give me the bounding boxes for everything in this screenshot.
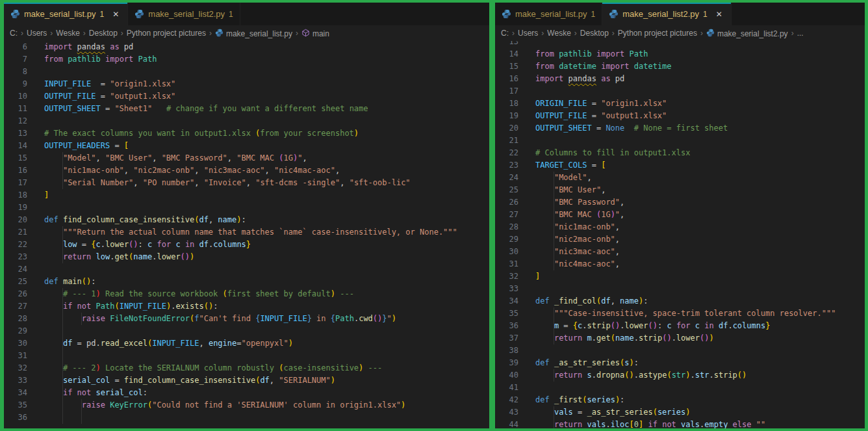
code-line[interactable]: 13	[495, 41, 865, 48]
code-line[interactable]: 22 low = {c.lower(): c for c in df.colum…	[4, 239, 489, 251]
code-line[interactable]: 27 "BMC MAC (1G)",	[495, 209, 865, 221]
code-line[interactable]: 14OUTPUT_HEADERS = [	[4, 140, 489, 152]
code-text: OUTPUT_SHEET = "Sheet1" # change if you …	[44, 103, 368, 115]
code-line[interactable]: 28 raise FileNotFoundError(f"Can't find …	[4, 313, 489, 325]
code-line[interactable]: 10OUTPUT_FILE = "output1.xlsx"	[4, 90, 489, 103]
code-editor-left[interactable]: 6import pandas as pd7from pathlib import…	[4, 41, 489, 428]
code-line[interactable]: 15from datetime import datetime	[495, 60, 865, 73]
code-line[interactable]: 20OUTPUT_SHEET = None # None = first she…	[495, 122, 865, 135]
close-icon[interactable]: ✕	[714, 9, 724, 20]
breadcrumb-item[interactable]: Users	[27, 29, 47, 38]
code-text: "BMC User",	[535, 184, 606, 196]
code-editor-right[interactable]: 1314from pathlib import Path15from datet…	[495, 41, 865, 428]
code-line[interactable]: 32]	[495, 270, 865, 283]
breadcrumb-item[interactable]: Users	[518, 29, 538, 38]
code-line[interactable]: 35 """Case-insensitive, space-trim toler…	[495, 307, 865, 320]
line-number: 19	[4, 202, 27, 214]
code-line[interactable]: 7from pathlib import Path	[4, 53, 489, 66]
code-line[interactable]: 19OUTPUT_FILE = "output1.xlsx"	[495, 110, 865, 122]
code-line[interactable]: 24	[4, 263, 489, 276]
breadcrumb-item[interactable]: Desktop	[580, 29, 609, 38]
code-line[interactable]: 23TARGET_COLS = [	[495, 159, 865, 172]
code-line[interactable]: 32 # --- 2) Locate the SERIALNUM column …	[4, 362, 489, 374]
code-line[interactable]: 12	[4, 115, 489, 127]
code-line[interactable]: 35 raise KeyError("Could not find a 'SER…	[4, 399, 489, 411]
code-line[interactable]: 24 "Model",	[495, 172, 865, 184]
code-line[interactable]: 16import pandas as pd	[495, 73, 865, 85]
code-line[interactable]: 26 "BMC Password",	[495, 196, 865, 209]
code-line[interactable]: 18]	[4, 189, 489, 202]
breadcrumb-item[interactable]: Python project pictures	[127, 29, 206, 38]
code-line[interactable]: 31 "nic4mac-aoc",	[495, 258, 865, 270]
code-line[interactable]: 27 if not Path(INPUT_FILE).exists():	[4, 300, 489, 313]
code-line[interactable]: 18ORIGIN_FILE = "origin1.xlsx"	[495, 98, 865, 110]
pane-divider[interactable]	[489, 3, 495, 428]
code-line[interactable]: 23 return low.get(name.lower())	[4, 251, 489, 263]
breadcrumb-file[interactable]: make_serial_list.py	[215, 28, 292, 38]
line-number: 34	[4, 387, 27, 399]
code-line[interactable]: 39def _as_str_series(s):	[495, 357, 865, 369]
tab-make_serial_list2-py[interactable]: make_serial_list2.py1	[128, 3, 240, 25]
code-text: from pathlib import Path	[44, 53, 157, 66]
code-line[interactable]: 30 "nic3mac-aoc",	[495, 246, 865, 258]
code-text: "BMC MAC (1G)",	[535, 209, 624, 221]
code-line[interactable]: 44 return vals.iloc[0] if not vals.empty…	[495, 419, 865, 428]
code-line[interactable]: 29	[4, 325, 489, 337]
code-line[interactable]: 41	[495, 382, 865, 394]
breadcrumb-symbol[interactable]: ...	[797, 29, 804, 38]
breadcrumb-item[interactable]: Weske	[56, 29, 79, 38]
code-line[interactable]: 36 m = {c.strip().lower(): c for c in df…	[495, 320, 865, 332]
code-line[interactable]: 19	[4, 202, 489, 214]
tab-make_serial_list2-py[interactable]: make_serial_list2.py1✕	[602, 3, 732, 25]
breadcrumb-symbol[interactable]: main	[301, 28, 329, 38]
breadcrumb-item[interactable]: C:	[10, 29, 18, 38]
tab-make_serial_list-py[interactable]: make_serial_list.py1✕	[4, 3, 128, 25]
code-line[interactable]: 33	[495, 283, 865, 295]
code-line[interactable]: 38	[495, 345, 865, 357]
close-icon[interactable]: ✕	[110, 9, 121, 20]
tab-label: make_serial_list2.py	[622, 9, 699, 19]
line-number: 32	[4, 362, 27, 374]
code-line[interactable]: 33 serial_col = find_column_case_insensi…	[4, 374, 489, 387]
code-line[interactable]: 43 vals = _as_str_series(series)	[495, 406, 865, 419]
code-line[interactable]: 42def _first(series):	[495, 394, 865, 406]
breadcrumb-item[interactable]: Python project pictures	[618, 29, 697, 38]
code-line[interactable]: 36	[4, 411, 489, 424]
code-line[interactable]: 31	[4, 350, 489, 362]
code-line[interactable]: 28 "nic1mac-onb",	[495, 221, 865, 233]
code-line[interactable]: 30 df = pd.read_excel(INPUT_FILE, engine…	[4, 337, 489, 350]
code-line[interactable]: 40 return s.dropna().astype(str).str.str…	[495, 369, 865, 382]
tab-make_serial_list-py[interactable]: make_serial_list.py1	[495, 3, 602, 25]
line-number: 26	[4, 288, 27, 300]
code-line[interactable]: 16 "nic1mac-onb", "nic2mac-onb", "nic3ma…	[4, 164, 489, 177]
code-line[interactable]: 34def _find_col(df, name):	[495, 295, 865, 307]
line-number: 26	[495, 196, 518, 209]
code-line[interactable]: 29 "nic2mac-onb",	[495, 233, 865, 246]
code-line[interactable]: 15 "Model", "BMC User", "BMC Password", …	[4, 152, 489, 164]
code-text: from pathlib import Path	[535, 48, 648, 60]
code-line[interactable]: 8	[4, 66, 489, 78]
code-line[interactable]: 37 return m.get(name.strip().lower())	[495, 332, 865, 345]
code-line[interactable]: 21 """Return the actual column name that…	[4, 226, 489, 239]
breadcrumb-item[interactable]: Desktop	[89, 29, 118, 38]
code-line[interactable]: 9INPUT_FILE = "origin1.xlsx"	[4, 78, 489, 90]
code-line[interactable]: 17	[495, 85, 865, 98]
code-text: "BMC Password",	[535, 196, 624, 209]
code-line[interactable]: 13# The exact columns you want in output…	[4, 127, 489, 140]
code-line[interactable]: 26 # --- 1) Read the source workbook (fi…	[4, 288, 489, 300]
breadcrumb-item[interactable]: Weske	[547, 29, 570, 38]
breadcrumb-file[interactable]: make_serial_list2.py	[706, 28, 788, 38]
code-line[interactable]: 25 "BMC User",	[495, 184, 865, 196]
code-line[interactable]: 21	[495, 135, 865, 147]
code-line[interactable]: 25def main():	[4, 276, 489, 288]
tab-label: make_serial_list2.py	[148, 9, 225, 19]
code-line[interactable]: 14from pathlib import Path	[495, 48, 865, 60]
code-line[interactable]: 11OUTPUT_SHEET = "Sheet1" # change if yo…	[4, 103, 489, 115]
code-line[interactable]: 20def find_column_case_insensitive(df, n…	[4, 214, 489, 226]
code-line[interactable]: 34 if not serial_col:	[4, 387, 489, 399]
code-line[interactable]: 6import pandas as pd	[4, 41, 489, 53]
line-number: 35	[4, 399, 27, 411]
code-line[interactable]: 22# Columns to fill in output1.xlsx	[495, 147, 865, 159]
breadcrumb-item[interactable]: C:	[501, 29, 509, 38]
code-line[interactable]: 17 "Serial Number", "PO number", "Invoic…	[4, 177, 489, 189]
